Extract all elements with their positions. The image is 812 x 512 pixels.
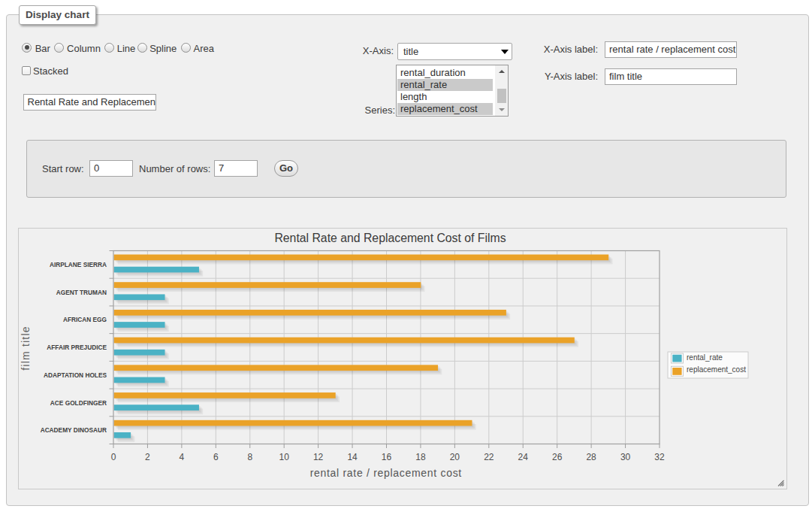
svg-text:4: 4 [180,452,185,462]
svg-text:ADAPTATION HOLES: ADAPTATION HOLES [44,371,107,379]
svg-text:Rental Rate and Replacement Co: Rental Rate and Replacement Cost of Film… [274,232,506,244]
svg-text:14: 14 [347,452,358,462]
svg-text:film title: film title [20,326,32,370]
svg-text:20: 20 [450,452,460,462]
svg-text:32: 32 [654,452,665,462]
svg-text:18: 18 [415,452,426,462]
svg-text:8: 8 [247,452,252,462]
svg-text:0: 0 [111,452,116,462]
svg-text:22: 22 [484,452,494,462]
svg-text:ACE GOLDFINGER: ACE GOLDFINGER [50,399,107,407]
svg-text:6: 6 [213,452,219,462]
svg-text:10: 10 [279,452,290,462]
svg-text:ACADEMY DINOSAUR: ACADEMY DINOSAUR [41,426,107,434]
svg-text:2: 2 [145,452,150,462]
svg-text:AFFAIR PREJUDICE: AFFAIR PREJUDICE [47,344,107,351]
svg-text:AFRICAN EGG: AFRICAN EGG [63,316,107,323]
svg-text:rental_rate: rental_rate [687,353,723,362]
svg-text:replacement_cost: replacement_cost [687,365,746,374]
svg-text:AGENT TRUMAN: AGENT TRUMAN [56,289,107,296]
svg-text:rental rate / replacement cost: rental rate / replacement cost [310,467,462,479]
svg-text:24: 24 [518,452,529,462]
svg-text:16: 16 [382,452,392,462]
svg-text:26: 26 [552,452,563,462]
svg-text:12: 12 [313,452,324,462]
svg-text:AIRPLANE SIERRA: AIRPLANE SIERRA [50,261,107,268]
svg-text:28: 28 [586,452,596,462]
svg-text:30: 30 [620,452,631,462]
